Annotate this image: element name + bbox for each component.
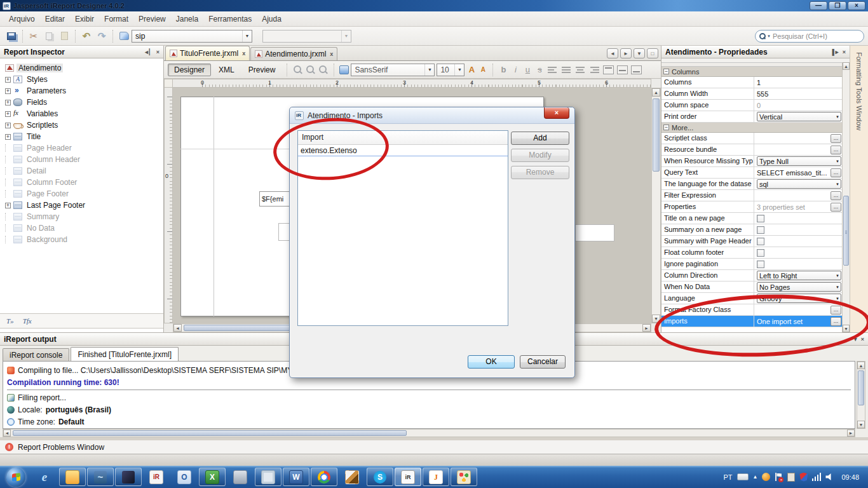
property-section-more[interactable]: −More... bbox=[661, 123, 842, 133]
inspector-item-title[interactable]: +Title bbox=[4, 131, 163, 142]
tab-list-button[interactable]: ▼ bbox=[634, 48, 645, 58]
network-signal-icon[interactable] bbox=[812, 473, 821, 481]
property-select[interactable]: Type Null▼ bbox=[757, 156, 841, 166]
view-preview[interactable]: Preview bbox=[242, 64, 282, 76]
property-row-ignore-pagination[interactable]: Ignore pagination bbox=[661, 259, 842, 270]
formatting-tools-strip[interactable]: Formatting Tools Window bbox=[850, 46, 868, 332]
cancel-button[interactable]: Cancelar bbox=[520, 355, 566, 369]
property-select[interactable]: No Pages▼ bbox=[757, 282, 841, 292]
strikethrough-icon[interactable]: s bbox=[534, 65, 545, 74]
underline-icon[interactable]: u bbox=[522, 65, 532, 74]
property-row-imports[interactable]: ImportsOne import set...▼ bbox=[661, 316, 842, 327]
zoom-out-icon[interactable] bbox=[293, 65, 302, 74]
property-select[interactable]: Groovy▼ bbox=[757, 294, 841, 303]
report-problems-icon[interactable]: ! bbox=[5, 443, 13, 451]
property-row-resource-bundle[interactable]: Resource bundle... bbox=[661, 144, 842, 156]
skype-icon[interactable] bbox=[367, 468, 393, 486]
inspector-item-column-header[interactable]: Column Header bbox=[4, 154, 163, 165]
chevron-down-icon[interactable]: ▼ bbox=[836, 159, 841, 163]
expander-icon[interactable]: + bbox=[5, 123, 11, 128]
output-tab-ireport-console[interactable]: iReport console bbox=[3, 348, 69, 361]
ellipsis-button[interactable]: ... bbox=[831, 146, 841, 154]
imports-list[interactable]: Import extenso.Extenso bbox=[297, 130, 508, 326]
menu-arquivo[interactable]: Arquivo bbox=[4, 13, 40, 25]
dialog-close-button[interactable]: × bbox=[544, 107, 569, 119]
scrollbar-thumb[interactable] bbox=[13, 430, 407, 436]
align-center-icon[interactable] bbox=[576, 66, 585, 74]
bold-icon[interactable]: b bbox=[498, 65, 508, 74]
inspector-item-no-data[interactable]: No Data bbox=[4, 222, 163, 234]
scroll-right-icon[interactable]: ► bbox=[847, 430, 855, 437]
chevron-down-icon[interactable]: ▼ bbox=[836, 115, 841, 119]
menu-ferramentas[interactable]: Ferramentas bbox=[203, 13, 257, 25]
menu-exibir[interactable]: Exibir bbox=[70, 13, 99, 25]
inspector-item-page-footer[interactable]: Page Footer bbox=[4, 188, 163, 200]
view-xml[interactable]: XML bbox=[212, 64, 241, 76]
close-panel-icon[interactable]: × bbox=[156, 49, 159, 55]
close-panel-icon[interactable]: × bbox=[861, 336, 864, 342]
report-element[interactable] bbox=[575, 224, 614, 241]
property-row-print-order[interactable]: Print orderVertical▼ bbox=[661, 111, 842, 123]
checkbox[interactable] bbox=[757, 238, 764, 245]
menu-preview[interactable]: Preview bbox=[133, 13, 171, 25]
keyboard-icon[interactable] bbox=[737, 473, 749, 480]
calculator-icon[interactable] bbox=[227, 468, 254, 486]
align-right-icon[interactable] bbox=[590, 66, 599, 74]
checkbox[interactable] bbox=[757, 226, 764, 234]
inspector-item-summary[interactable]: Summary bbox=[4, 211, 163, 222]
property-row-column-space[interactable]: Column space0 bbox=[661, 100, 842, 111]
property-select[interactable]: Left to Right▼ bbox=[757, 271, 841, 280]
property-row-columns[interactable]: Columns1 bbox=[661, 77, 842, 88]
property-row-language[interactable]: LanguageGroovy▼ bbox=[661, 293, 842, 304]
inspector-item-styles[interactable]: +Styles bbox=[4, 74, 163, 85]
explorer-icon[interactable] bbox=[59, 468, 86, 486]
chevron-down-icon[interactable]: ▼ bbox=[836, 274, 841, 278]
ok-button[interactable]: OK bbox=[468, 355, 515, 369]
scroll-up-icon[interactable]: ▲ bbox=[652, 88, 660, 97]
property-row-when-resource-missing-typ[interactable]: When Resource Missing TypType Null▼ bbox=[661, 156, 842, 167]
imports-dialog[interactable]: Atendimento - Imports × Import extenso.E… bbox=[289, 107, 575, 378]
paste-button[interactable] bbox=[58, 30, 71, 42]
minimize-panel-icon[interactable]: ◄▏ bbox=[144, 49, 154, 55]
expander-icon[interactable]: + bbox=[5, 88, 11, 94]
properties-scrollbar[interactable]: ▲ ▼ bbox=[842, 62, 850, 332]
add-button[interactable]: Add bbox=[511, 132, 569, 145]
format-tool-icon[interactable] bbox=[339, 65, 349, 74]
search-input[interactable] bbox=[773, 32, 863, 40]
property-row-title-on-a-new-page[interactable]: Title on a new page bbox=[661, 213, 842, 224]
parameters-filter-icon[interactable]: T» bbox=[6, 317, 14, 325]
scroll-right-icon[interactable]: ► bbox=[642, 324, 651, 332]
property-row-column-direction[interactable]: Column DirectionLeft to Right▼ bbox=[661, 270, 842, 281]
property-row-column-width[interactable]: Column Width555 bbox=[661, 88, 842, 100]
hidden-icons-arrow[interactable]: ▲ bbox=[753, 474, 758, 480]
inspector-item-scriptlets[interactable]: +Scriptlets bbox=[4, 119, 163, 131]
decrease-font-icon[interactable]: A bbox=[478, 66, 487, 73]
dock-panel-icon[interactable]: ▐► bbox=[830, 49, 839, 55]
tab-atendimento-jrxml[interactable]: Atendimento.jrxmlx bbox=[250, 47, 337, 60]
checkbox[interactable] bbox=[757, 215, 764, 222]
menu-janela[interactable]: Janela bbox=[171, 13, 203, 25]
outlook-icon[interactable] bbox=[171, 468, 198, 486]
scroll-up-icon[interactable]: ▲ bbox=[843, 62, 850, 70]
redo-button[interactable]: ↷ bbox=[95, 30, 108, 42]
tab-close-icon[interactable]: x bbox=[330, 51, 333, 57]
menu-editar[interactable]: Editar bbox=[40, 13, 70, 25]
property-row-summary-with-page-header[interactable]: Summary with Page Header bbox=[661, 236, 842, 247]
align-justify-icon[interactable] bbox=[562, 66, 571, 74]
inspector-item-parameters[interactable]: +Parameters bbox=[4, 85, 163, 97]
font-size-combo[interactable]: 10 ▼ bbox=[437, 64, 465, 76]
report-problems-label[interactable]: Report Problems Window bbox=[18, 443, 104, 452]
ellipsis-button[interactable]: ... bbox=[831, 134, 841, 143]
restore-button[interactable]: ❐ bbox=[829, 1, 846, 10]
search-options-icon[interactable]: ▼ bbox=[767, 34, 771, 38]
tab-titulofrente-jrxml[interactable]: TituloFrente.jrxmlx bbox=[165, 46, 250, 60]
close-button[interactable]: × bbox=[848, 1, 865, 10]
undo-button[interactable]: ↶ bbox=[80, 30, 93, 42]
ireport-doc-icon[interactable] bbox=[143, 468, 170, 486]
save-all-button[interactable] bbox=[5, 30, 18, 42]
copy-button[interactable] bbox=[43, 30, 55, 42]
expander-icon[interactable]: + bbox=[5, 111, 11, 117]
virtualbox-icon[interactable] bbox=[255, 468, 281, 486]
zoom-icon[interactable] bbox=[306, 65, 315, 74]
tab-scroll-left-button[interactable]: ◄ bbox=[607, 48, 618, 58]
